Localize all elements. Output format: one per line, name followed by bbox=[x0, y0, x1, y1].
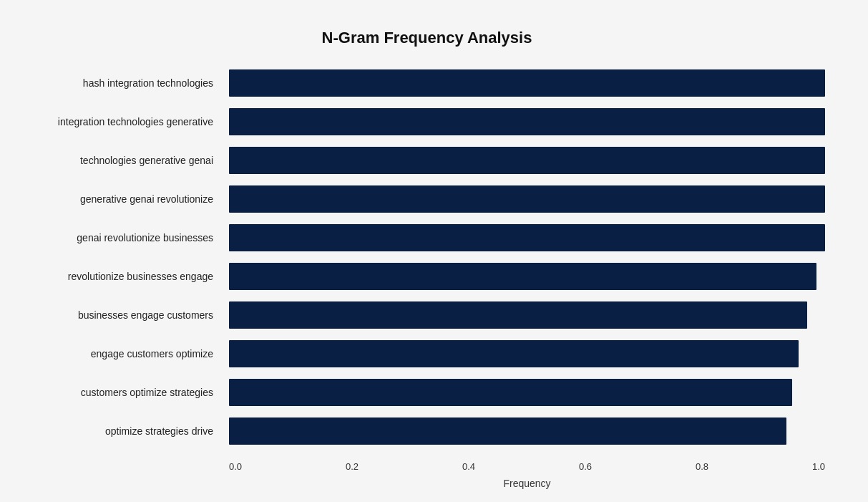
bar-fill bbox=[229, 379, 792, 406]
bar-fill bbox=[229, 417, 786, 445]
x-tick: 0.6 bbox=[579, 461, 592, 472]
x-tick: 0.4 bbox=[462, 461, 475, 472]
bar-label: businesses engage customers bbox=[29, 309, 222, 321]
bar-track bbox=[229, 147, 825, 174]
bar-label: genai revolutionize businesses bbox=[29, 232, 222, 243]
bar-label: engage customers optimize bbox=[29, 348, 222, 359]
bar-track bbox=[229, 185, 825, 213]
bar-row: integration technologies generative bbox=[229, 103, 825, 140]
bar-fill bbox=[229, 263, 816, 290]
bar-label: revolutionize businesses engage bbox=[29, 271, 222, 282]
bar-label: hash integration technologies bbox=[29, 77, 222, 89]
chart-container: N-Gram Frequency Analysis hash integrati… bbox=[14, 14, 854, 502]
bar-row: technologies generative genai bbox=[229, 142, 825, 179]
x-axis-label: Frequency bbox=[29, 478, 825, 489]
bar-label: optimize strategies drive bbox=[29, 425, 222, 437]
bar-row: engage customers optimize bbox=[229, 335, 825, 372]
bar-label: customers optimize strategies bbox=[29, 387, 222, 398]
x-tick: 1.0 bbox=[812, 461, 825, 472]
bar-row: businesses engage customers bbox=[229, 296, 825, 334]
bar-label: technologies generative genai bbox=[29, 155, 222, 166]
bar-fill bbox=[229, 69, 825, 97]
bar-fill bbox=[229, 224, 825, 251]
bar-fill bbox=[229, 301, 807, 329]
bar-track bbox=[229, 301, 825, 329]
bar-fill bbox=[229, 108, 825, 135]
bar-row: generative genai revolutionize bbox=[229, 180, 825, 218]
x-tick: 0.2 bbox=[346, 461, 359, 472]
bar-fill bbox=[229, 147, 825, 174]
bar-track bbox=[229, 417, 825, 445]
bar-row: revolutionize businesses engage bbox=[229, 258, 825, 295]
chart-title: N-Gram Frequency Analysis bbox=[29, 29, 825, 47]
bar-fill bbox=[229, 340, 799, 367]
bar-track bbox=[229, 340, 825, 367]
bar-track bbox=[229, 379, 825, 406]
x-tick: 0.0 bbox=[229, 461, 242, 472]
bar-label: generative genai revolutionize bbox=[29, 193, 222, 205]
bar-row: hash integration technologies bbox=[229, 64, 825, 102]
bar-track bbox=[229, 69, 825, 97]
bar-track bbox=[229, 224, 825, 251]
x-axis: 0.00.20.40.60.81.0 bbox=[29, 457, 825, 472]
bar-track bbox=[229, 108, 825, 135]
chart-area: hash integration technologiesintegration… bbox=[29, 64, 825, 451]
x-tick: 0.8 bbox=[696, 461, 708, 472]
bar-row: optimize strategies drive bbox=[229, 412, 825, 450]
bar-row: customers optimize strategies bbox=[229, 374, 825, 411]
bar-row: genai revolutionize businesses bbox=[229, 219, 825, 256]
bar-track bbox=[229, 263, 825, 290]
bar-fill bbox=[229, 185, 825, 213]
bar-label: integration technologies generative bbox=[29, 116, 222, 127]
x-ticks: 0.00.20.40.60.81.0 bbox=[229, 457, 825, 472]
